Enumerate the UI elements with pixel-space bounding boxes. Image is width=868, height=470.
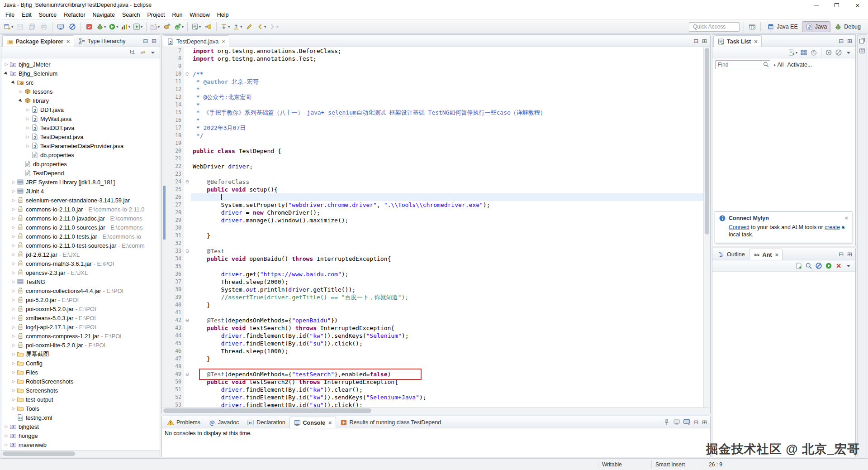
expand-arrow-icon[interactable]: ▷	[10, 198, 17, 202]
run-button[interactable]: ▾	[108, 21, 119, 32]
code-line-41[interactable]: 41	[162, 309, 703, 317]
open-task-button[interactable]: ▾	[190, 21, 202, 32]
tab-problems[interactable]: Problems	[163, 416, 204, 428]
perspective-java[interactable]: JJava	[802, 21, 830, 32]
tree-item-poi-5-2-0-jar[interactable]: ▷poi-5.2.0.jar - E:\POI	[1, 295, 160, 304]
run-target-button[interactable]	[824, 261, 833, 270]
menu-source[interactable]: Source	[35, 11, 61, 19]
tree-item-robotscreenshots[interactable]: ▷RobotScreenshots	[1, 377, 160, 386]
expand-arrow-icon[interactable]: ▷	[10, 216, 17, 221]
categorized-button[interactable]	[799, 48, 808, 57]
expand-arrow-icon[interactable]: ▷	[10, 252, 17, 257]
perspective-debug[interactable]: Debug	[831, 22, 864, 32]
code-line-46[interactable]: 46 Thread.sleep(1000);	[162, 347, 703, 355]
focus-button[interactable]	[824, 48, 833, 57]
expand-arrow-icon[interactable]: ▷	[3, 62, 9, 67]
scheduled-button[interactable]	[809, 48, 818, 57]
fold-margin[interactable]: ⊖	[184, 317, 191, 324]
expand-arrow-icon[interactable]: ▷	[10, 343, 17, 347]
tree-item-log4j-api-2-17-1-jar[interactable]: ▷log4j-api-2.17.1.jar - E:\POI	[1, 322, 160, 331]
coverage-button[interactable]: ▾	[120, 21, 131, 32]
code-line-16[interactable]: 16 *	[162, 116, 703, 124]
view-menu-button[interactable]	[844, 48, 853, 57]
tree-item-jre-system-library-jdk1-8-0-181[interactable]: ▷JRE System Library [jdk1.8.0_181]	[1, 177, 160, 187]
tab-testdepend-java[interactable]: JTestDepend.java×	[163, 35, 229, 47]
code-line-13[interactable]: 13 * @公众号:北京宏哥	[162, 93, 703, 101]
code-line-12[interactable]: 12 *	[162, 86, 703, 93]
minimize-view-button[interactable]: ⊟	[141, 38, 150, 44]
code-line-22[interactable]: 22WebDriver driver;	[162, 163, 703, 170]
menu-navigate[interactable]: Navigate	[89, 11, 119, 19]
tree-item-selenium-server-standalone-3-141-59-jar[interactable]: ▷selenium-server-standalone-3.141.59.jar	[1, 196, 160, 205]
menu-run[interactable]: Run	[168, 11, 186, 19]
tree-item-commons-math3-3-6-1-jar[interactable]: ▷commons-math3-3.6.1.jar - E:\POI	[1, 259, 160, 268]
fold-margin[interactable]: ⊖	[184, 247, 191, 255]
collapse-arrow-icon[interactable]: ▶	[17, 97, 25, 105]
add-buildfiles-button[interactable]	[794, 261, 803, 270]
tree-item-mywait-java[interactable]: ▷JMyWait.java	[1, 114, 160, 123]
new-package-button[interactable]	[161, 21, 172, 32]
expand-arrow-icon[interactable]: ▷	[25, 134, 31, 139]
maximize-view-button[interactable]: ⊞	[700, 419, 709, 426]
prev-annotation-button[interactable]: ▾	[232, 21, 243, 32]
fold-margin[interactable]: ⊖	[184, 178, 191, 186]
tree-item-poi-ooxml-5-2-0-jar[interactable]: ▷poi-ooxml-5.2.0.jar - E:\POI	[1, 304, 160, 313]
expand-arrow-icon[interactable]: ▷	[10, 189, 17, 193]
minimize-view-button[interactable]: ⊟	[837, 38, 845, 44]
code-line-37[interactable]: 37 Thread.sleep(2000);	[162, 278, 703, 286]
tree-item-commons-io-2-11-0-sources-jar[interactable]: ▷commons-io-2.11.0-sources.jar - E:\comm…	[1, 223, 160, 232]
maximize-view-button[interactable]: ⊞	[845, 38, 854, 44]
menu-help[interactable]: Help	[213, 11, 232, 19]
tree-item-commons-io-2-11-0-tests-jar[interactable]: ▷commons-io-2.11.0-tests.jar - E:\common…	[1, 232, 160, 241]
code-line-35[interactable]: 35	[162, 263, 703, 270]
expand-arrow-icon[interactable]: ▷	[10, 379, 17, 384]
code-line-14[interactable]: 14 *	[162, 101, 703, 109]
menu-edit[interactable]: Edit	[18, 11, 35, 19]
tab-console[interactable]: Console×	[289, 417, 336, 428]
expand-arrow-icon[interactable]: ▷	[25, 144, 31, 148]
tree-item-junit-4[interactable]: ▷JUnit 4	[1, 187, 160, 196]
expand-arrow-icon[interactable]: ▷	[10, 352, 17, 356]
fold-margin[interactable]: ⊖	[184, 370, 191, 378]
last-edit-button[interactable]	[244, 21, 255, 32]
tree-item-hongge[interactable]: ▷Jhongge	[1, 431, 160, 440]
menu-search[interactable]: Search	[119, 11, 144, 19]
fold-margin[interactable]: ⊖	[184, 70, 191, 78]
filter-internal-button[interactable]	[814, 261, 823, 270]
pin-console-button[interactable]	[662, 417, 671, 427]
tree-item-commons-io-2-11-0-test-sources-jar[interactable]: ▷commons-io-2.11.0-test-sources.jar - E:…	[1, 241, 160, 250]
expand-arrow-icon[interactable]: ▷	[10, 297, 17, 302]
close-tab-icon[interactable]: ×	[775, 252, 778, 258]
code-line-32[interactable]: 32	[162, 240, 703, 247]
search-button[interactable]	[203, 21, 213, 32]
code-line-9[interactable]: 9	[162, 62, 703, 70]
tree-item-testddt-java[interactable]: ▷JTestDDT.java	[1, 123, 160, 132]
tree-item-config[interactable]: ▷Config	[1, 359, 160, 368]
tree-item-screenshots[interactable]: ▷Screenshots	[1, 386, 160, 395]
maximize-window-button[interactable]	[826, 0, 847, 10]
menu-file[interactable]: File	[2, 11, 18, 19]
collapse-all-button[interactable]	[128, 48, 138, 57]
code-line-25[interactable]: 25 public void setup(){	[162, 186, 703, 193]
tree-item-testdepend[interactable]: TestDepend	[1, 168, 160, 177]
expand-arrow-icon[interactable]: ▷	[25, 116, 31, 121]
expand-arrow-icon[interactable]: ▷	[3, 424, 9, 429]
code-line-45[interactable]: 45 driver.findElement(By.id("su")).click…	[162, 340, 703, 347]
maximize-view-button[interactable]: ⊞	[845, 251, 854, 258]
tree-item-commons-io-2-11-0-javadoc-jar[interactable]: ▷commons-io-2.11.0-javadoc.jar - E:\comm…	[1, 214, 160, 223]
save-all-button[interactable]	[27, 21, 38, 32]
close-window-button[interactable]: ×	[847, 0, 868, 10]
tab-declaration[interactable]: DDeclaration	[243, 416, 289, 428]
code-line-39[interactable]: 39 //assertTrue(driver.getTitle() == "百度…	[162, 293, 703, 301]
tree-item-jxl-2-6-12-jar[interactable]: ▷jxl-2.6.12.jar - E:\JXL	[1, 250, 160, 259]
code-line-40[interactable]: 40 }	[162, 301, 703, 309]
close-notification-icon[interactable]: ×	[844, 215, 848, 221]
code-line-18[interactable]: 18 */	[162, 132, 703, 139]
tab-task-list[interactable]: Task List×	[713, 35, 762, 47]
code-line-23[interactable]: 23	[162, 170, 703, 178]
tree-item-testparameterdataprovider-java[interactable]: ▷JTestParameterDataProvider.java	[1, 141, 160, 150]
menu-refactor[interactable]: Refactor	[60, 11, 89, 19]
search-buildfiles-button[interactable]	[804, 261, 813, 270]
expand-arrow-icon[interactable]: ▷	[10, 270, 17, 275]
scrollbar-thumb[interactable]	[163, 408, 371, 413]
